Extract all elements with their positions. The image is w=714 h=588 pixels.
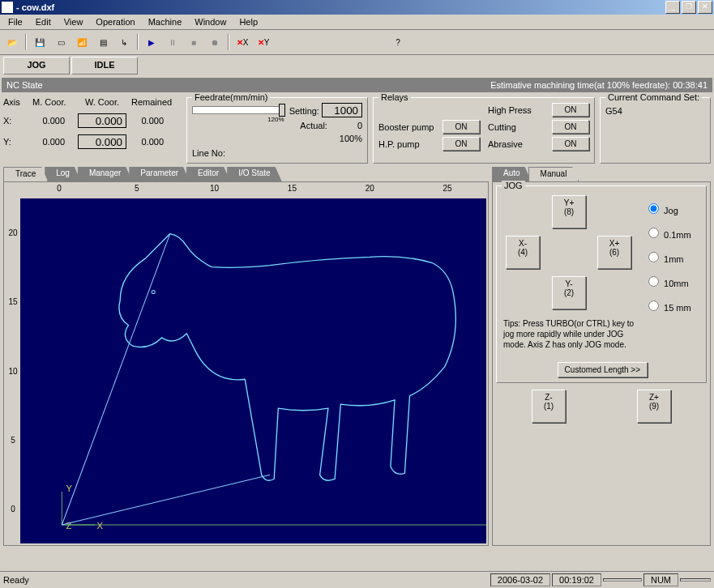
status-jog[interactable]: JOG <box>3 57 70 75</box>
setting-input[interactable] <box>322 103 362 117</box>
relay-booster: Booster pump <box>378 122 434 132</box>
relay-booster-btn[interactable]: ON <box>443 120 480 134</box>
tab-auto[interactable]: Auto <box>492 167 532 181</box>
tool-play-icon[interactable]: ▶ <box>142 32 161 52</box>
cmdset-value: G54 <box>605 106 705 116</box>
canvas-wrap: 0 5 10 15 20 25 20 15 10 5 0 <box>3 181 489 546</box>
jog-tips: Tips: Press TURBO(or CTRL) key to jog mo… <box>503 318 641 350</box>
command-set-group: Current Command Set: G54 <box>600 97 711 164</box>
status-time: 00:19:02 <box>552 573 601 586</box>
tab-log[interactable]: Log <box>45 167 81 181</box>
status-ready: Ready <box>3 575 29 585</box>
axis-x-r: 0.000 <box>131 116 164 126</box>
svg-line-4 <box>62 475 270 525</box>
left-tabs: Trace Log Manager Parameter Editor I/O S… <box>3 167 489 181</box>
relays-title: Relays <box>378 92 411 102</box>
menu-file[interactable]: File <box>2 15 29 28</box>
hdr-axis: Axis <box>3 97 28 107</box>
ruler-vertical: 20 15 10 5 0 <box>6 198 20 543</box>
statusbar: Ready 2006-03-02 00:19:02 NUM <box>0 571 714 588</box>
menu-operation[interactable]: Operation <box>89 15 141 28</box>
tool-y-axis[interactable]: ✕Y <box>254 32 273 52</box>
relay-abrasive: Abrasive <box>488 139 523 149</box>
left-panel: Trace Log Manager Parameter Editor I/O S… <box>3 167 489 546</box>
tool-record-icon[interactable]: ⏺ <box>205 32 224 52</box>
relays-group: Relays High PressON Booster pumpON Cutti… <box>373 97 595 164</box>
tab-iostate[interactable]: I/O State <box>227 167 281 181</box>
window-title: - cow.dxf <box>16 2 664 12</box>
feedrate-slider[interactable] <box>192 106 284 114</box>
hdr-remained: Remained <box>131 97 180 107</box>
app-icon <box>2 2 13 13</box>
nc-state-bar: NC State Estimative machining time(at 10… <box>2 78 712 92</box>
jog-yplus[interactable]: Y+(8) <box>552 195 586 228</box>
machining-time: Estimative machining time(at 100% feedra… <box>490 80 708 90</box>
trace-canvas[interactable]: Y X Z <box>20 198 486 543</box>
menubar: File Edit View Operation Machine Window … <box>0 15 714 30</box>
status-num: NUM <box>643 573 678 586</box>
tab-trace[interactable]: Trace <box>3 167 48 181</box>
close-button[interactable]: ✕ <box>698 1 712 14</box>
jog-zplus[interactable]: Z+(9) <box>637 390 671 423</box>
tab-editor[interactable]: Editor <box>186 167 230 181</box>
titlebar: - cow.dxf _ ❐ ✕ <box>0 0 714 15</box>
jog-title: JOG <box>502 181 525 190</box>
jog-yminus[interactable]: Y-(2) <box>552 276 586 309</box>
axis-y-r: 0.000 <box>131 137 164 147</box>
tool-save-icon[interactable]: 💾 <box>30 32 49 52</box>
cow-drawing: Y X Z <box>20 198 486 543</box>
setting-label: Setting: <box>289 106 319 116</box>
tab-parameter[interactable]: Parameter <box>129 167 190 181</box>
menu-machine[interactable]: Machine <box>142 15 189 28</box>
relay-highpress-btn[interactable]: ON <box>552 103 589 117</box>
menu-help[interactable]: Help <box>233 15 264 28</box>
tool-signal-icon[interactable]: 📶 <box>72 32 92 52</box>
axis-y-w[interactable] <box>78 134 126 149</box>
tool-pause-icon[interactable]: ⏸ <box>163 32 182 52</box>
relay-cutting-btn[interactable]: ON <box>552 120 589 134</box>
svg-line-3 <box>62 234 169 525</box>
tool-x-axis[interactable]: ✕X <box>233 32 252 52</box>
cmdset-title: Current Command Set: <box>605 92 702 102</box>
jog-group: JOG Jog 0.1mm 1mm 10mm 15 mm Y+(8) X-(4)… <box>496 185 707 383</box>
status-tabs: JOG IDLE <box>0 55 714 76</box>
jog-xplus[interactable]: X+(6) <box>597 236 631 269</box>
tool-stop-icon[interactable]: ■ <box>184 32 203 52</box>
slider-max: 120% <box>192 116 284 123</box>
jog-buttons: Y+(8) X-(4) X+(6) Y-(2) <box>502 191 701 337</box>
axis-x-w[interactable] <box>78 113 126 128</box>
main-area: Trace Log Manager Parameter Editor I/O S… <box>0 167 714 546</box>
menu-edit[interactable]: Edit <box>29 15 58 28</box>
tool-open-icon[interactable]: 📂 <box>2 32 22 52</box>
right-panel: Auto Manual JOG Jog 0.1mm 1mm 10mm 15 mm… <box>492 167 711 546</box>
actual-label: Actual: <box>300 121 327 130</box>
jog-zminus[interactable]: Z-(1) <box>532 390 566 423</box>
right-tabs: Auto Manual <box>492 167 711 181</box>
relay-hppump: H.P. pump <box>378 139 420 149</box>
customed-length-button[interactable]: Customed Length >> <box>558 362 648 377</box>
feedrate-title: Feedrate(mm/min) <box>192 92 270 102</box>
tool-window-icon[interactable]: ▭ <box>51 32 71 52</box>
tool-export-icon[interactable]: ↳ <box>114 32 134 52</box>
tab-manager[interactable]: Manager <box>78 167 132 181</box>
axis-y-m: 0.000 <box>32 137 65 147</box>
hdr-mcoor: M. Coor. <box>32 97 73 107</box>
axis-x-m: 0.000 <box>32 116 65 126</box>
menu-window[interactable]: Window <box>188 15 233 28</box>
restore-button[interactable]: ❐ <box>682 1 696 14</box>
feedrate-percent: 100% <box>289 134 362 143</box>
tool-help-icon[interactable]: ? <box>388 32 408 52</box>
relay-abrasive-btn[interactable]: ON <box>552 137 589 151</box>
axis-y-label: Y <box>66 484 72 493</box>
tool-layers-icon[interactable]: ▤ <box>93 32 113 52</box>
tab-manual[interactable]: Manual <box>528 167 579 181</box>
jog-xminus[interactable]: X-(4) <box>506 236 540 269</box>
menu-view[interactable]: View <box>58 15 90 28</box>
hdr-wcoor: W. Coor. <box>78 97 126 107</box>
status-idle[interactable]: IDLE <box>71 57 138 75</box>
axis-x-label: X: <box>3 116 28 126</box>
minimize-button[interactable]: _ <box>665 1 680 14</box>
nc-state-label: NC State <box>6 80 43 90</box>
actual-value: 0 <box>330 121 362 130</box>
relay-hppump-btn[interactable]: ON <box>443 137 480 151</box>
